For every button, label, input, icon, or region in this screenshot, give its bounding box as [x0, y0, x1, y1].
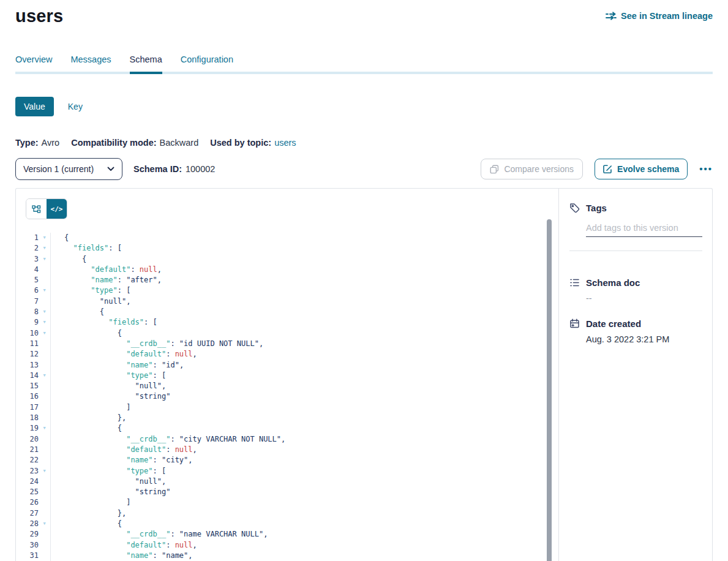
tab-messages[interactable]: Messages — [70, 55, 111, 72]
fold-arrow-icon[interactable]: ▼ — [43, 469, 45, 473]
fold-gutter — [39, 275, 51, 285]
editor-scrollbar[interactable] — [547, 219, 552, 561]
header: users See in Stream lineage — [15, 6, 713, 26]
line-number: 13 — [16, 360, 39, 371]
code-content: "type": [ — [51, 371, 166, 381]
schema-id: Schema ID: 100002 — [133, 164, 215, 174]
code-view-icon: </> — [51, 205, 63, 213]
line-number: 14 — [16, 371, 39, 381]
line-number: 2 — [16, 243, 39, 254]
fold-gutter: ▼ — [39, 233, 51, 243]
meta-value: Backward — [160, 138, 199, 148]
editor-view-toggle: </> — [26, 198, 67, 219]
stream-lineage-link[interactable]: See in Stream lineage — [606, 11, 713, 21]
code-content: { — [51, 519, 122, 529]
evolve-schema-button[interactable]: Evolve schema — [595, 159, 688, 179]
stream-lineage-label: See in Stream lineage — [621, 11, 713, 21]
fold-gutter — [39, 339, 51, 349]
fold-arrow-icon[interactable]: ▼ — [43, 246, 45, 250]
code-content: { — [51, 254, 86, 265]
code-line: 8▼ { — [16, 307, 558, 317]
fold-arrow-icon[interactable]: ▼ — [43, 235, 45, 240]
line-number: 19 — [16, 423, 39, 434]
tab-overview[interactable]: Overview — [15, 55, 52, 72]
date-created-heading: Date created — [569, 318, 702, 329]
code-content: "__crdb__": "id UUID NOT NULL", — [51, 339, 263, 349]
fold-arrow-icon[interactable]: ▼ — [43, 521, 45, 526]
line-number: 3 — [16, 254, 39, 265]
fold-gutter: ▼ — [39, 371, 51, 381]
code-content: "null", — [51, 381, 166, 391]
date-created-value: Aug. 3 2022 3:21 PM — [586, 334, 702, 344]
fold-arrow-icon[interactable]: ▼ — [43, 373, 45, 378]
fold-arrow-icon[interactable]: ▼ — [43, 257, 45, 262]
code-line: 21 "default": null, — [16, 445, 558, 455]
code-content: "name": "id", — [51, 360, 184, 371]
fold-gutter: ▼ — [39, 328, 51, 339]
code-line: 28▼ { — [16, 519, 558, 529]
fold-gutter — [39, 391, 51, 402]
key-tab-button[interactable]: Key — [68, 102, 83, 111]
code-line: 23▼ "type": [ — [16, 466, 558, 476]
code-line: 2▼ "fields": [ — [16, 243, 558, 254]
fold-gutter — [39, 265, 51, 275]
fold-arrow-icon[interactable]: ▼ — [43, 426, 45, 431]
fold-gutter — [39, 508, 51, 519]
meta-value: Avro — [42, 138, 60, 148]
code-content: { — [51, 307, 104, 317]
schema-doc-heading-label: Schema doc — [586, 277, 640, 288]
code-line: 16 "string" — [16, 391, 558, 402]
code-line: 7 "null", — [16, 296, 558, 307]
code-content: "__crdb__": "city VARCHAR NOT NULL", — [51, 434, 285, 445]
fold-gutter: ▼ — [39, 254, 51, 265]
more-options-button[interactable]: ••• — [699, 166, 713, 172]
code-content: }, — [51, 413, 126, 423]
fold-arrow-icon[interactable]: ▼ — [43, 309, 45, 314]
meta-label: Compatibility mode: — [71, 138, 156, 148]
code-content: }, — [51, 508, 126, 519]
fold-gutter — [39, 497, 51, 508]
code-view-button[interactable]: </> — [47, 199, 67, 219]
meta-item: Type:Avro — [15, 138, 59, 148]
list-icon — [569, 277, 580, 288]
line-number: 25 — [16, 487, 39, 497]
tree-view-button[interactable] — [26, 199, 47, 219]
topic-link[interactable]: users — [274, 138, 296, 148]
fold-gutter: ▼ — [39, 519, 51, 529]
fold-arrow-icon[interactable]: ▼ — [43, 320, 45, 325]
page: users See in Stream lineage OverviewMess… — [0, 6, 728, 561]
code-line: 12 "default": null, — [16, 349, 558, 360]
code-line: 3▼ { — [16, 254, 558, 265]
code-content: { — [51, 233, 69, 243]
fold-gutter: ▼ — [39, 285, 51, 296]
fold-gutter: ▼ — [39, 243, 51, 254]
compare-versions-button[interactable]: Compare versions — [481, 159, 583, 179]
fold-gutter — [39, 402, 51, 413]
tags-input[interactable] — [586, 221, 702, 237]
schema-controls: Version 1 (current) Schema ID: 100002 Co… — [15, 158, 713, 180]
fold-arrow-icon[interactable]: ▼ — [43, 288, 45, 293]
code-content: "default": null, — [51, 265, 162, 275]
version-select[interactable]: Version 1 (current) — [15, 158, 122, 180]
sidebar-divider — [569, 250, 702, 251]
code-content: "fields": [ — [51, 317, 157, 328]
value-tab-button[interactable]: Value — [15, 97, 54, 116]
tab-schema[interactable]: Schema — [130, 55, 162, 72]
schema-id-value: 100002 — [186, 164, 215, 174]
code-editor[interactable]: 1▼{2▼ "fields": [3▼ {4 "default": null,5… — [16, 233, 558, 561]
line-number: 29 — [16, 529, 39, 540]
meta-label: Used by topic: — [210, 138, 271, 148]
page-title: users — [15, 6, 63, 26]
line-number: 16 — [16, 391, 39, 402]
line-number: 15 — [16, 381, 39, 391]
line-number: 26 — [16, 497, 39, 508]
tab-configuration[interactable]: Configuration — [181, 55, 233, 72]
code-content: "string" — [51, 487, 170, 497]
code-content: "__crdb__": "name VARCHAR NULL", — [51, 529, 268, 540]
fold-gutter — [39, 540, 51, 551]
code-line: 20 "__crdb__": "city VARCHAR NOT NULL", — [16, 434, 558, 445]
chevron-down-icon — [107, 167, 114, 171]
code-content: "type": [ — [51, 285, 130, 296]
fold-gutter — [39, 349, 51, 360]
fold-arrow-icon[interactable]: ▼ — [43, 331, 45, 336]
